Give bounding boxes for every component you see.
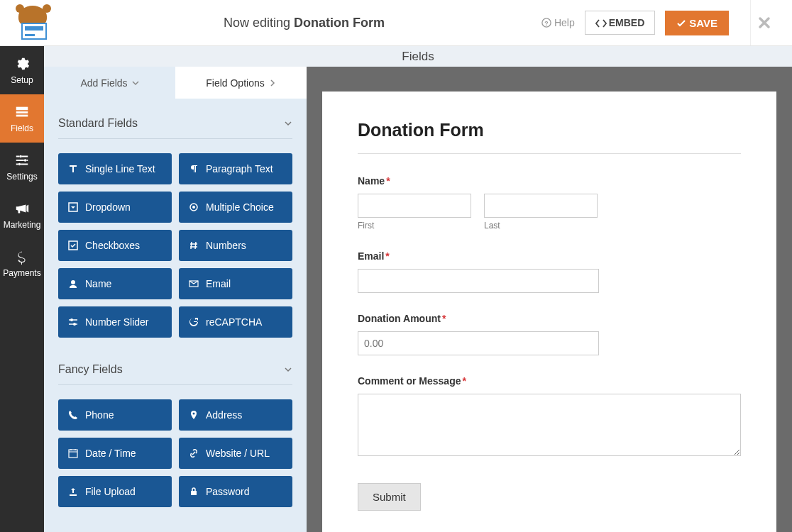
close-button[interactable] [750, 0, 778, 45]
calendar-icon [68, 448, 78, 458]
field-number-slider[interactable]: Number Slider [58, 306, 172, 338]
gear-icon [14, 56, 30, 72]
sliders-icon [14, 153, 30, 168]
section-fancy-fields[interactable]: Fancy Fields [58, 345, 292, 385]
section-title: Fields [44, 46, 792, 67]
phone-icon [68, 410, 78, 420]
link-icon [189, 448, 199, 458]
field-password[interactable]: Password [179, 476, 292, 507]
nav-payments[interactable]: Payments [0, 239, 44, 287]
check-square-icon [68, 240, 78, 250]
field-multiple-choice[interactable]: Multiple Choice [179, 192, 292, 223]
field-address[interactable]: Address [179, 399, 292, 431]
dollar-icon [14, 249, 30, 265]
submit-button[interactable]: Submit [358, 483, 421, 511]
form-icon [14, 104, 30, 120]
tab-add-fields[interactable]: Add Fields [44, 67, 175, 99]
svg-point-6 [24, 159, 27, 162]
chevron-down-icon [284, 365, 292, 374]
sidebar-nav: Setup Fields Settings Marketing Payments [0, 46, 44, 532]
google-icon [189, 317, 199, 327]
field-email[interactable]: Email [179, 268, 292, 299]
form-title: Donation Form [358, 120, 741, 140]
field-numbers[interactable]: Numbers [179, 230, 292, 261]
embed-button[interactable]: EMBED [585, 11, 656, 35]
caret-square-icon [68, 202, 78, 212]
nav-fields[interactable]: Fields [0, 94, 44, 143]
svg-rect-16 [69, 450, 77, 458]
svg-rect-4 [16, 114, 28, 116]
form-preview: Donation Form Name* First Last [322, 92, 776, 532]
help-link[interactable]: ?Help [541, 17, 575, 28]
hash-icon [189, 240, 199, 250]
svg-text:?: ? [544, 20, 548, 27]
nav-setup[interactable]: Setup [0, 46, 44, 94]
input-amount[interactable] [358, 331, 599, 355]
svg-rect-2 [16, 106, 28, 110]
radio-icon [189, 202, 199, 212]
svg-point-14 [70, 318, 73, 321]
field-file-upload[interactable]: File Upload [58, 476, 172, 507]
label-amount: Donation Amount* [358, 313, 741, 324]
chevron-down-icon [132, 79, 139, 87]
sliders-icon [68, 317, 78, 327]
field-recaptcha[interactable]: reCAPTCHA [179, 306, 292, 338]
paragraph-icon [189, 164, 199, 174]
envelope-icon [189, 279, 199, 289]
bullhorn-icon [14, 201, 30, 216]
svg-point-10 [192, 206, 195, 209]
section-standard-fields[interactable]: Standard Fields [58, 99, 292, 139]
top-bar: Now editing Donation Form ?Help EMBED SA… [0, 0, 792, 46]
fields-panel: Add Fields Field Options Standard Fields [44, 67, 307, 532]
input-comment[interactable] [358, 394, 741, 456]
input-email[interactable] [358, 269, 599, 293]
svg-point-5 [19, 155, 22, 157]
svg-rect-3 [16, 111, 28, 113]
input-last-name[interactable] [484, 194, 598, 218]
preview-area: Donation Form Name* First Last [307, 67, 792, 532]
field-row-amount[interactable]: Donation Amount* [358, 313, 741, 355]
field-date-time[interactable]: Date / Time [58, 438, 172, 469]
field-checkboxes[interactable]: Checkboxes [58, 230, 172, 261]
svg-point-12 [71, 280, 75, 284]
sublabel-first: First [358, 221, 471, 231]
tab-field-options[interactable]: Field Options [175, 67, 307, 99]
save-button[interactable]: SAVE [665, 11, 729, 35]
field-name[interactable]: Name [58, 268, 172, 299]
logo [14, 6, 53, 40]
upload-icon [68, 487, 78, 497]
chevron-down-icon [284, 119, 292, 128]
text-icon [68, 164, 78, 174]
nav-settings[interactable]: Settings [0, 143, 44, 191]
label-comment: Comment or Message* [358, 375, 741, 387]
field-paragraph-text[interactable]: Paragraph Text [179, 153, 292, 184]
marker-icon [189, 410, 199, 420]
chevron-right-icon [269, 79, 276, 87]
nav-marketing[interactable]: Marketing [0, 191, 44, 239]
field-single-line-text[interactable]: Single Line Text [58, 153, 172, 184]
svg-rect-17 [191, 491, 197, 495]
field-row-comment[interactable]: Comment or Message* [358, 375, 741, 459]
field-dropdown[interactable]: Dropdown [58, 192, 172, 223]
label-email: Email* [358, 250, 741, 262]
lock-icon [189, 487, 199, 497]
label-name: Name* [358, 175, 741, 187]
user-icon [68, 279, 78, 289]
page-title: Now editing Donation Form [67, 16, 541, 31]
field-row-email[interactable]: Email* [358, 250, 741, 293]
field-website-url[interactable]: Website / URL [179, 438, 292, 469]
field-row-name[interactable]: Name* First Last [358, 175, 741, 231]
sublabel-last: Last [484, 221, 598, 231]
input-first-name[interactable] [358, 194, 471, 218]
field-phone[interactable]: Phone [58, 399, 172, 431]
svg-point-15 [73, 323, 76, 326]
svg-point-7 [18, 162, 21, 165]
